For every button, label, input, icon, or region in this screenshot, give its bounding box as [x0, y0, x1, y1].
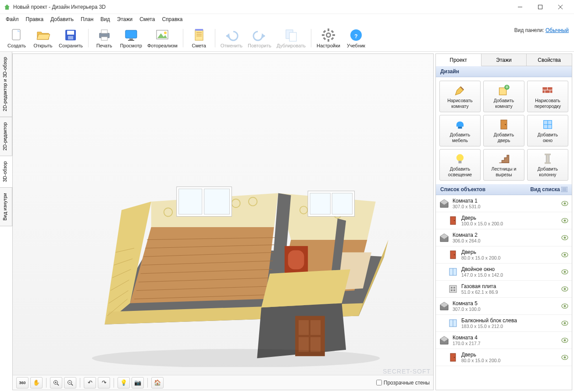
tab-project[interactable]: Проект — [436, 54, 481, 66]
menu-estimate[interactable]: Смета — [136, 15, 158, 24]
svg-point-35 — [327, 34, 330, 36]
vtb-360[interactable]: 360 — [16, 377, 29, 388]
bricks-icon — [542, 84, 554, 96]
design-draw-room[interactable]: Нарисоватькомнату — [439, 81, 481, 112]
object-row-door[interactable]: Дверь80.0 x 15.0 x 200.0 — [436, 349, 572, 366]
room-icon — [439, 233, 449, 242]
menu-edit[interactable]: Правка — [23, 15, 47, 24]
vtb-zoom-in[interactable] — [50, 377, 62, 388]
close-button[interactable] — [550, 0, 570, 14]
scene-3d[interactable] — [13, 54, 433, 375]
visibility-toggle[interactable] — [561, 286, 568, 292]
svg-rect-10 — [101, 37, 107, 40]
tab-properties[interactable]: Свойства — [527, 54, 572, 66]
save-button[interactable]: Сохранить — [56, 26, 86, 50]
object-row-stove[interactable]: Газовая плита51.0 x 62.1 x 86.9 — [436, 281, 572, 298]
svg-rect-101 — [545, 90, 550, 93]
window-title: Новый проект - Дизайн Интерьера 3D — [13, 4, 510, 10]
svg-line-94 — [71, 384, 73, 385]
object-row-window[interactable]: Балконный блок слева183.0 x 15.0 x 212.0 — [436, 315, 572, 332]
list-view-mode[interactable]: Вид списка — [530, 186, 567, 192]
vtb-rotate-left[interactable]: ↶ — [84, 377, 96, 388]
visibility-toggle[interactable] — [561, 269, 568, 274]
design-add-door[interactable]: Добавитьдверь — [483, 115, 524, 146]
visibility-toggle[interactable] — [561, 218, 568, 223]
settings-button[interactable]: Настройки — [314, 26, 343, 50]
viewport-3d[interactable]: SECRET-SOFT 360 ✋ ↶ ↷ 💡 📷 🏠 Прозрачные с… — [12, 53, 434, 390]
preview-button[interactable]: Просмотр — [118, 26, 145, 50]
svg-rect-100 — [548, 87, 553, 90]
vtab-3d[interactable]: 3D-обзор — [0, 156, 12, 188]
visibility-toggle[interactable] — [561, 303, 568, 309]
object-row-door[interactable]: Дверь100.0 x 15.0 x 200.0 — [436, 212, 572, 229]
vtab-inside[interactable]: Вид изнутри — [0, 187, 12, 226]
vtb-light[interactable]: 💡 — [118, 377, 130, 388]
design-draw-partition[interactable]: Нарисоватьперегородку — [527, 81, 568, 112]
object-list[interactable]: Комната 1307.0 x 531.0Дверь100.0 x 15.0 … — [436, 195, 572, 390]
design-add-room[interactable]: +Добавитькомнату — [483, 81, 524, 112]
visibility-toggle[interactable] — [561, 338, 568, 343]
undo-button[interactable]: Отменить — [218, 26, 245, 50]
vtb-home[interactable]: 🏠 — [151, 377, 164, 388]
menu-add[interactable]: Добавить — [47, 15, 77, 24]
print-button[interactable]: Печать — [91, 26, 118, 50]
vtb-zoom-out[interactable] — [64, 377, 76, 388]
design-add-furniture[interactable]: Добавитьмебель — [439, 115, 481, 146]
create-button[interactable]: Создать — [4, 26, 30, 50]
design-stairs-cutouts[interactable]: Лестницы ивырезы — [483, 149, 524, 181]
menu-help[interactable]: Справка — [159, 15, 185, 24]
object-row-room[interactable]: Комната 2306.0 x 264.0 — [436, 229, 572, 246]
tab-floors[interactable]: Этажи — [481, 54, 527, 66]
object-row-door[interactable]: Дверь80.0 x 15.0 x 200.0 — [436, 246, 572, 264]
svg-rect-6 — [67, 31, 74, 35]
redo-button[interactable]: Повторить — [245, 26, 274, 50]
vtab-2d[interactable]: 2D-редактор — [0, 117, 12, 156]
duplicate-icon — [284, 28, 298, 42]
design-add-light[interactable]: Добавитьосвещение — [439, 149, 481, 181]
object-row-room[interactable]: Комната 5307.0 x 100.0 — [436, 298, 572, 315]
tutorial-button[interactable]: ?Учебник — [343, 26, 369, 50]
svg-rect-103 — [550, 90, 553, 93]
menu-file[interactable]: Файл — [3, 15, 22, 24]
svg-point-145 — [564, 288, 566, 290]
menu-floors[interactable]: Этажи — [114, 15, 135, 24]
estimate-button[interactable]: Смета — [186, 26, 212, 50]
visibility-toggle[interactable] — [561, 355, 568, 360]
object-row-room[interactable]: Комната 1307.0 x 531.0 — [436, 195, 572, 212]
svg-rect-12 — [129, 39, 133, 40]
visibility-toggle[interactable] — [561, 252, 568, 257]
visibility-toggle[interactable] — [561, 201, 568, 206]
menu-plan[interactable]: План — [78, 15, 96, 24]
svg-rect-123 — [450, 217, 456, 225]
design-add-window[interactable]: Добавитьокно — [527, 115, 568, 146]
menu-view[interactable]: Вид — [97, 15, 113, 24]
open-button[interactable]: Открыть — [30, 26, 56, 50]
svg-rect-30 — [332, 34, 335, 36]
svg-rect-32 — [331, 37, 334, 40]
object-row-room[interactable]: Комната 4170.0 x 217.7 — [436, 332, 572, 349]
visibility-toggle[interactable] — [561, 321, 568, 326]
folder-open-icon — [36, 28, 50, 42]
app-icon — [4, 4, 11, 11]
object-row-window[interactable]: Двойное окно147.0 x 15.0 x 142.0 — [436, 264, 572, 281]
svg-rect-139 — [449, 285, 456, 292]
vtb-pan[interactable]: ✋ — [30, 377, 43, 388]
svg-rect-87 — [310, 337, 320, 352]
svg-rect-11 — [125, 30, 137, 38]
visibility-toggle[interactable] — [561, 235, 568, 240]
maximize-button[interactable] — [530, 0, 550, 14]
vtb-camera[interactable]: 📷 — [132, 377, 144, 388]
photoreal-button[interactable]: Фотореализм — [145, 26, 180, 50]
vtb-rotate-right[interactable]: ↷ — [98, 377, 110, 388]
room-plus-icon: + — [498, 84, 510, 96]
vtab-2d-3d[interactable]: 2D-редактор и 3D-обзор — [0, 52, 12, 117]
panel-mode-link[interactable]: Обычный — [545, 27, 569, 33]
minimize-button[interactable] — [510, 0, 530, 14]
svg-rect-72 — [204, 189, 229, 214]
design-add-column[interactable]: Добавитьколонну — [527, 149, 568, 181]
duplicate-button[interactable]: Дублировать — [274, 26, 308, 50]
notepad-icon — [192, 28, 206, 42]
transparent-walls-toggle[interactable]: Прозрачные стены — [376, 380, 430, 386]
menubar: Файл Правка Добавить План Вид Этажи Смет… — [0, 14, 574, 25]
transparent-walls-checkbox[interactable] — [376, 380, 382, 385]
